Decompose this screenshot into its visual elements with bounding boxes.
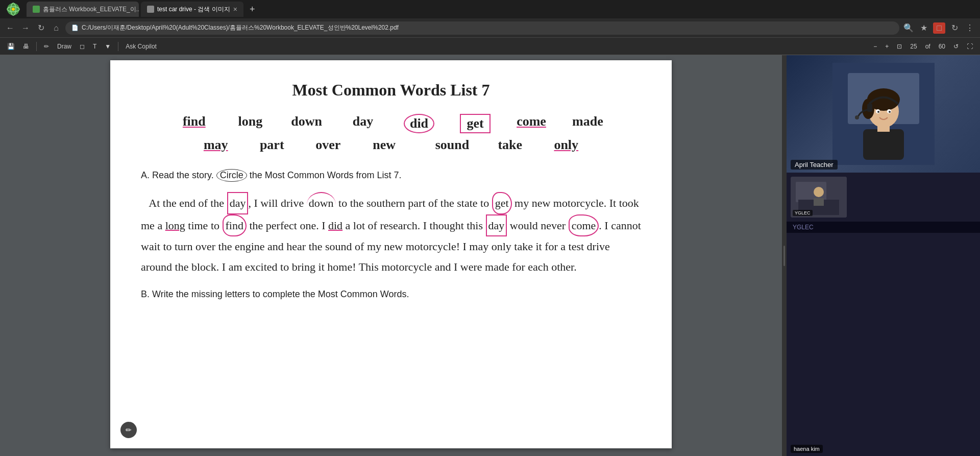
highlight-button[interactable]: ▼ <box>102 42 114 51</box>
svg-point-14 <box>889 111 891 113</box>
home-button[interactable]: ⌂ <box>50 23 62 33</box>
extension-icon[interactable]: □ <box>933 22 945 34</box>
toolbar-separator <box>36 42 37 51</box>
tab-label-workbook: 홈플러스 Workbook_ELEVATE_이... <box>43 5 139 14</box>
zoom-in-button[interactable]: + <box>882 42 892 51</box>
word-part: part <box>257 137 287 153</box>
highlighted-find: find <box>223 214 247 237</box>
address-bar[interactable]: 📄 C:/Users/이재훈/Desktop/April%20(Adult%20… <box>65 21 899 35</box>
tab-label-test: test car drive - 검색 이미지 <box>157 5 230 14</box>
word-did: did <box>404 114 434 133</box>
yglec-area: haena kim <box>787 233 980 456</box>
resize-grip <box>783 246 785 266</box>
svg-point-16 <box>855 115 859 119</box>
tab-close-test[interactable]: × <box>233 5 237 13</box>
total-pages: 60 <box>936 42 948 51</box>
text-button[interactable]: T <box>90 42 100 51</box>
fit-page-button[interactable]: ⊡ <box>894 42 905 51</box>
word-row-2: may part over new sound take only <box>201 137 582 153</box>
word-grid: find long down day did get come made may… <box>141 114 641 157</box>
new-tab-button[interactable]: + <box>246 4 259 15</box>
word-find: find <box>179 114 209 133</box>
svg-rect-21 <box>814 198 824 206</box>
address-text: C:/Users/이재훈/Desktop/April%20(Adult%20Cl… <box>82 23 399 32</box>
svg-rect-6 <box>863 129 904 160</box>
pdf-area: Most Common Words List 7 find long down … <box>0 55 782 456</box>
page-number: 25 <box>907 42 920 51</box>
word-come: come <box>516 114 547 133</box>
tab-workbook[interactable]: 홈플러스 Workbook_ELEVATE_이... × <box>27 2 139 17</box>
highlighted-did: did <box>328 219 342 232</box>
star-icon[interactable]: ★ <box>918 23 930 33</box>
tab-favicon-test <box>147 6 154 13</box>
back-button[interactable]: ← <box>4 23 16 33</box>
print-button[interactable]: 🖶 <box>20 42 32 51</box>
word-may: may <box>201 137 231 153</box>
draw-label[interactable]: Draw <box>54 42 75 51</box>
panel-resize-handle[interactable] <box>782 55 786 456</box>
word-over: over <box>313 137 344 153</box>
browser-chrome: 홈플러스 Workbook_ELEVATE_이... × test car dr… <box>0 0 980 55</box>
word-day: day <box>348 114 378 133</box>
zoom-out-button[interactable]: − <box>870 42 880 51</box>
circle-word-circle: Circle <box>216 169 247 182</box>
story-paragraph: At the end of the day, I will drive down… <box>141 192 641 277</box>
word-row-1: find long down day did get come made <box>179 114 603 133</box>
svg-point-20 <box>814 187 824 197</box>
pdf-title: Most Common Words List 7 <box>141 81 641 100</box>
save-button[interactable]: 💾 <box>4 42 18 51</box>
svg-point-3 <box>12 8 15 11</box>
highlighted-down: down <box>307 192 336 213</box>
shape-button[interactable]: ◻ <box>77 42 88 51</box>
instruction-b: B. Write the missing letters to complete… <box>141 289 641 300</box>
word-only: only <box>551 137 581 153</box>
svg-point-13 <box>877 111 879 113</box>
teacher-avatar-svg <box>832 63 935 165</box>
student-video-row: YGLEC <box>787 173 980 222</box>
word-down: down <box>291 114 322 133</box>
video-panel: April Teacher YGLEC <box>786 55 980 456</box>
highlighted-day-1: day <box>227 192 249 214</box>
search-icon[interactable]: 🔍 <box>902 23 915 33</box>
edit-mode-button[interactable]: ✏ <box>120 422 137 438</box>
student-video-thumbnail: YGLEC <box>791 177 847 218</box>
ask-copilot-button[interactable]: Ask Copilot <box>122 42 160 51</box>
instruction-a: A. Read the story. Circle the Most Commo… <box>141 169 641 182</box>
word-new: new <box>369 137 400 153</box>
highlighted-get: get <box>492 192 512 214</box>
svg-rect-15 <box>867 104 872 112</box>
main-area: Most Common Words List 7 find long down … <box>0 55 980 456</box>
teacher-video-background <box>787 55 980 173</box>
word-long: long <box>235 114 265 133</box>
reload-icon[interactable]: ↻ <box>948 23 961 33</box>
highlighted-come: come <box>569 214 599 237</box>
highlighted-day-2: day <box>486 214 507 237</box>
teacher-video: April Teacher <box>787 55 980 173</box>
browser-logo-icon <box>6 2 20 16</box>
forward-button[interactable]: → <box>19 23 32 33</box>
teacher-name-label: April Teacher <box>791 160 838 170</box>
rotate-button[interactable]: ↺ <box>950 42 962 51</box>
word-made: made <box>572 114 603 133</box>
tab-test-drive[interactable]: test car drive - 검색 이미지 × <box>141 2 243 17</box>
tab-bar: 홈플러스 Workbook_ELEVATE_이... × test car dr… <box>0 0 980 18</box>
haena-kim-label: haena kim <box>791 445 823 453</box>
pdf-page: Most Common Words List 7 find long down … <box>110 60 672 448</box>
word-take: take <box>495 137 525 153</box>
of-label: of <box>922 42 934 51</box>
word-get: get <box>460 114 491 133</box>
student-label: YGLEC <box>793 210 813 216</box>
fullscreen-button[interactable]: ⛶ <box>964 42 976 51</box>
toolbar-separator-2 <box>118 42 118 51</box>
word-sound: sound <box>435 137 470 153</box>
draw-button[interactable]: ✏ <box>41 42 52 51</box>
toolbar-row: 💾 🖶 ✏ Draw ◻ T ▼ Ask Copilot − + ⊡ 25 of… <box>0 38 980 55</box>
refresh-button[interactable]: ↻ <box>35 23 47 33</box>
tab-favicon-workbook <box>33 6 40 13</box>
settings-icon[interactable]: ⋮ <box>964 23 976 33</box>
yglec-section-label: YGLEC <box>787 222 980 233</box>
highlighted-long: long <box>165 219 185 232</box>
address-bar-row: ← → ↻ ⌂ 📄 C:/Users/이재훈/Desktop/April%20(… <box>0 18 980 38</box>
